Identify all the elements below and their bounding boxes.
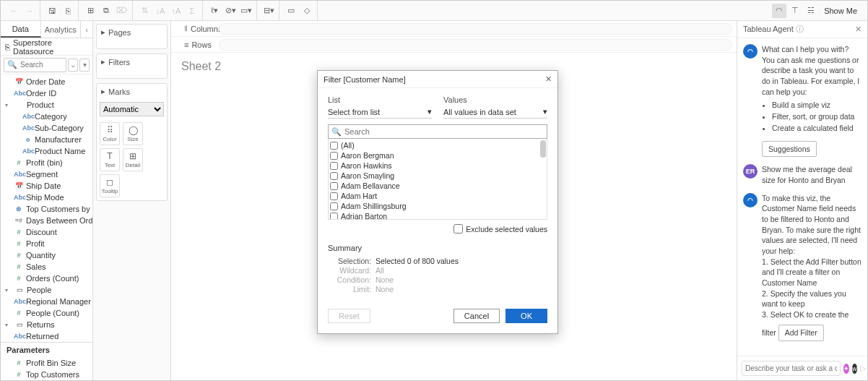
worksheet-format-icon[interactable]: ▭▾	[239, 4, 253, 18]
field-returns[interactable]: ▾▭Returns	[1, 319, 92, 330]
mark-detail[interactable]: ⊞Detail	[123, 148, 143, 171]
save-icon[interactable]: 🖫	[45, 4, 59, 18]
field-ship-mode[interactable]: AbcShip Mode	[1, 192, 92, 203]
field-product-name[interactable]: AbcProduct Name	[1, 145, 92, 157]
filter-checkbox[interactable]	[330, 172, 338, 180]
tab-analytics[interactable]: Analytics	[41, 21, 82, 38]
columns-shelf[interactable]	[219, 23, 732, 35]
data-guide-icon[interactable]: ⊤	[788, 4, 802, 18]
field-segment[interactable]: AbcSegment	[1, 168, 92, 180]
search-dropdown-icon[interactable]: ▾	[79, 59, 90, 72]
forward-icon[interactable]: →	[22, 4, 37, 18]
filter-item[interactable]: Adam Bellavance	[330, 181, 545, 191]
field-regional-manager[interactable]: AbcRegional Manager	[1, 296, 92, 307]
filter-checkbox[interactable]	[330, 162, 338, 170]
scrollbar-thumb[interactable]	[540, 140, 546, 158]
field-quantity[interactable]: #Quantity	[1, 249, 92, 261]
agent-toggle-icon[interactable]: ◠	[772, 4, 786, 18]
ok-button[interactable]: OK	[505, 309, 547, 323]
filter-checkbox[interactable]	[330, 202, 338, 210]
swap-icon[interactable]: ⇅	[137, 4, 152, 18]
tab-data[interactable]: Data	[1, 21, 41, 38]
filter-checkbox[interactable]	[330, 152, 338, 160]
filter-checkbox[interactable]	[330, 182, 338, 190]
field-order-date[interactable]: 📅Order Date	[1, 76, 92, 87]
info-icon[interactable]: ⓘ	[796, 25, 804, 33]
parameter-profit-bin-size[interactable]: #Profit Bin Size	[1, 357, 92, 369]
reset-button[interactable]: Reset	[328, 309, 370, 323]
filter-dialog: Filter [Customer Name] ✕ List Select fro…	[317, 70, 558, 334]
filter-search-input[interactable]	[344, 127, 544, 136]
group-icon[interactable]: ⊘▾	[223, 4, 238, 18]
cancel-button[interactable]: Cancel	[453, 309, 500, 323]
close-icon[interactable]: ✕	[545, 74, 552, 84]
fit-icon[interactable]: ⊟▾	[261, 4, 276, 18]
values-mode-select[interactable]: All values in data set▾	[443, 106, 547, 119]
submit-icon[interactable]: ▷	[860, 364, 866, 373]
field-top-customers-by-p-[interactable]: ⊛Top Customers by P…	[1, 203, 92, 215]
agent-input[interactable]	[742, 361, 841, 376]
sort-asc-icon[interactable]: ↓A	[153, 4, 168, 18]
filter-item[interactable]: Adam Hart	[330, 191, 545, 201]
list-mode-select[interactable]: Select from list▾	[328, 106, 432, 119]
sort-desc-icon[interactable]: ↑A	[169, 4, 183, 18]
mark-color[interactable]: ⠿Color	[100, 122, 120, 145]
field-category[interactable]: AbcCategory	[1, 111, 92, 122]
mark-size[interactable]: ◯Size	[123, 122, 143, 145]
filter-item[interactable]: Aaron Hawkins	[330, 160, 545, 171]
back-icon[interactable]: ←	[6, 4, 21, 18]
filter-checkbox[interactable]	[330, 142, 338, 150]
field-search-input[interactable]	[20, 61, 63, 69]
show-me-button[interactable]: Show Me	[820, 7, 862, 15]
field-orders-count-[interactable]: #Orders (Count)	[1, 273, 92, 284]
datasource-row[interactable]: ⎘ Superstore Datasource	[1, 38, 92, 56]
search-options-icon[interactable]: ⌄	[68, 59, 78, 72]
field-sub-category[interactable]: AbcSub-Category	[1, 122, 92, 134]
clear-icon[interactable]: ⌦	[115, 4, 129, 18]
guide-icon[interactable]: ◇	[300, 4, 314, 18]
field-manufacturer[interactable]: ⌾Manufacturer	[1, 134, 92, 145]
pages-shelf[interactable]: ▸Pages	[96, 24, 168, 49]
filter-item[interactable]: Adrian Barton	[330, 211, 545, 220]
field-discount[interactable]: #Discount	[1, 226, 92, 238]
filters-shelf[interactable]: ▸Filters	[96, 53, 168, 79]
suggestions-button[interactable]: Suggestions	[762, 141, 817, 158]
highlight-icon[interactable]: ℓ▾	[207, 4, 222, 18]
mark-tooltip[interactable]: ◻Tooltip	[100, 174, 120, 197]
field-returned[interactable]: AbcReturned	[1, 330, 92, 342]
presentation-icon[interactable]: ▭	[284, 4, 298, 18]
pane-collapse-icon[interactable]: ‹	[81, 21, 92, 38]
field-order-id[interactable]: AbcOrder ID	[1, 87, 92, 99]
field-search[interactable]: 🔍	[4, 58, 66, 72]
field-people-count-[interactable]: #People (Count)	[1, 307, 92, 319]
exclude-checkbox[interactable]	[453, 224, 463, 234]
filter-checkbox[interactable]	[330, 213, 338, 221]
filter-search[interactable]: 🔍	[328, 124, 547, 139]
filter-item[interactable]: Aaron Bergman	[330, 150, 545, 160]
filter-checkbox[interactable]	[330, 192, 338, 200]
mark-text[interactable]: TText	[100, 148, 120, 171]
duplicate-icon[interactable]: ⧉	[99, 4, 113, 18]
totals-icon[interactable]: Σ	[185, 4, 199, 18]
field-sales[interactable]: #Sales	[1, 261, 92, 273]
filter-item[interactable]: Aaron Smayling	[330, 171, 545, 181]
new-worksheet-icon[interactable]: ⊞	[83, 4, 97, 18]
send-icon[interactable]: w	[852, 364, 857, 374]
parameter-top-customers[interactable]: #Top Customers	[1, 369, 92, 380]
pin-icon[interactable]: ☵	[804, 4, 818, 18]
close-icon[interactable]: ✕	[855, 25, 862, 34]
add-filter-button[interactable]: Add Filter	[778, 325, 824, 341]
filter-item[interactable]: (All)	[330, 140, 545, 150]
field-people[interactable]: ▾▭People	[1, 284, 92, 296]
field-product[interactable]: ▾Product	[1, 99, 92, 111]
field-ship-date[interactable]: 📅Ship Date	[1, 180, 92, 192]
field-profit[interactable]: #Profit	[1, 238, 92, 249]
field-days-between-orde-[interactable]: =#Days Between Orde…	[1, 215, 92, 226]
new-datasource-icon[interactable]: ⎘	[61, 4, 75, 18]
rows-shelf[interactable]	[219, 39, 732, 51]
field-profit-bin-[interactable]: #Profit (bin)	[1, 157, 92, 168]
marks-type-select[interactable]: Automatic	[100, 102, 164, 116]
filter-item[interactable]: Adam Shillingsburg	[330, 201, 545, 211]
bot-avatar: ◠	[743, 193, 758, 207]
sparkle-icon[interactable]: ✦	[843, 364, 849, 374]
